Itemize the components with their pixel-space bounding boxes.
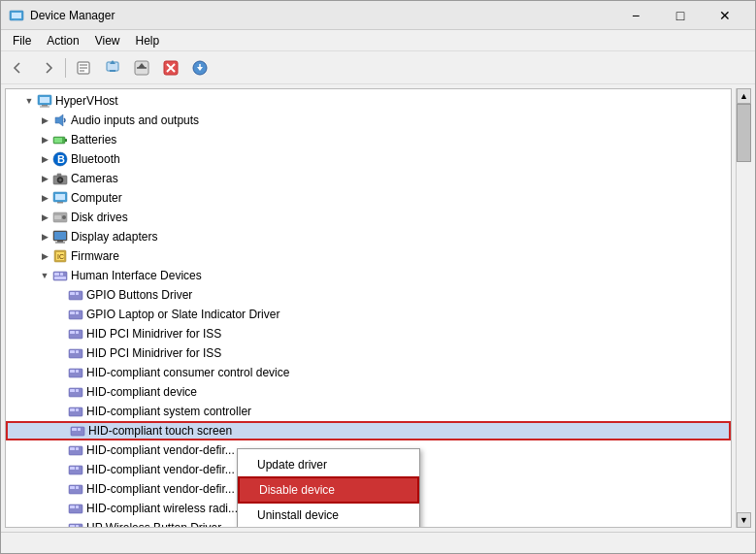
svg-rect-34 bbox=[55, 194, 65, 200]
svg-rect-64 bbox=[76, 370, 79, 373]
no-expander bbox=[52, 460, 68, 479]
menu-view[interactable]: View bbox=[87, 32, 128, 49]
tree-view[interactable]: ▼ HyperVHost ▶ bbox=[5, 88, 732, 528]
tree-label-bluetooth: Bluetooth bbox=[71, 152, 120, 166]
svg-text:B: B bbox=[57, 153, 65, 165]
download-button[interactable] bbox=[186, 55, 214, 81]
svg-rect-66 bbox=[70, 389, 75, 392]
scan-icon bbox=[134, 60, 149, 76]
svg-rect-52 bbox=[76, 292, 79, 295]
tree-item-hid-pci-2[interactable]: HID PCI Minidriver for ISS bbox=[6, 343, 731, 363]
disk-icon bbox=[52, 210, 68, 225]
context-menu-disable[interactable]: Disable device bbox=[238, 476, 419, 504]
tree-label-computer: Computer bbox=[71, 191, 122, 205]
back-button[interactable] bbox=[5, 55, 32, 81]
tree-label-disk: Disk drives bbox=[71, 211, 128, 224]
tree-item-gpio-buttons[interactable]: GPIO Buttons Driver bbox=[6, 285, 731, 305]
svg-rect-41 bbox=[57, 241, 63, 243]
svg-rect-57 bbox=[70, 331, 75, 334]
svg-rect-70 bbox=[76, 408, 79, 411]
svg-rect-48 bbox=[60, 273, 63, 276]
minimize-button[interactable]: − bbox=[613, 1, 658, 30]
svg-rect-61 bbox=[76, 350, 79, 353]
expander-computer[interactable]: ▶ bbox=[37, 188, 52, 208]
tree-item-hid[interactable]: ▼ Human Interface Devices bbox=[6, 266, 731, 285]
expander-hid[interactable]: ▼ bbox=[37, 266, 52, 285]
tree-item-display[interactable]: ▶ Display adapters bbox=[6, 227, 731, 246]
expander-disk[interactable]: ▶ bbox=[37, 208, 52, 227]
scroll-down-button[interactable]: ▼ bbox=[737, 512, 751, 528]
audio-icon bbox=[52, 113, 68, 128]
hid-wireless-icon bbox=[68, 501, 83, 516]
battery-icon bbox=[52, 132, 68, 147]
scroll-track bbox=[737, 104, 751, 512]
expander-batteries[interactable]: ▶ bbox=[37, 130, 52, 149]
svg-rect-72 bbox=[72, 428, 77, 431]
svg-point-37 bbox=[62, 215, 66, 219]
tree-item-firmware[interactable]: ▶ IC Firmware bbox=[6, 246, 731, 266]
svg-rect-21 bbox=[42, 105, 48, 107]
tree-item-gpio-laptop[interactable]: GPIO Laptop or Slate Indicator Driver bbox=[6, 305, 731, 324]
scan-button[interactable] bbox=[128, 55, 155, 81]
menu-file[interactable]: File bbox=[5, 32, 39, 49]
scroll-thumb[interactable] bbox=[737, 104, 751, 162]
tree-item-hyperv[interactable]: ▼ HyperVHost bbox=[6, 91, 731, 111]
camera-icon bbox=[52, 171, 68, 186]
tree-label-hid-consumer: HID-compliant consumer control device bbox=[86, 366, 289, 379]
svg-rect-42 bbox=[55, 243, 65, 244]
tree-item-bluetooth[interactable]: ▶ B Bluetooth bbox=[6, 149, 731, 169]
svg-rect-54 bbox=[70, 311, 75, 314]
svg-rect-35 bbox=[57, 202, 63, 204]
hid-vendor-3-icon bbox=[68, 481, 83, 497]
tree-item-hid-pci-1[interactable]: HID PCI Minidriver for ISS bbox=[6, 324, 731, 343]
maximize-button[interactable]: □ bbox=[658, 1, 703, 30]
tree-item-cameras[interactable]: ▶ Cameras bbox=[6, 169, 731, 188]
status-bar bbox=[1, 532, 755, 553]
tree-item-hid-touch[interactable]: HID-compliant touch screen bbox=[6, 421, 731, 440]
expander-cameras[interactable]: ▶ bbox=[37, 169, 52, 188]
tree-item-computer[interactable]: ▶ Computer bbox=[6, 188, 731, 208]
toolbar-separator-1 bbox=[65, 58, 66, 78]
tree-item-batteries[interactable]: ▶ Batteries bbox=[6, 130, 731, 149]
context-menu-update[interactable]: Update driver bbox=[238, 453, 419, 476]
forward-button[interactable] bbox=[34, 55, 61, 81]
close-button[interactable]: ✕ bbox=[703, 1, 747, 30]
svg-text:IC: IC bbox=[57, 253, 64, 260]
svg-rect-85 bbox=[76, 505, 79, 508]
properties-button[interactable] bbox=[70, 55, 97, 81]
menu-action[interactable]: Action bbox=[39, 32, 86, 49]
svg-rect-32 bbox=[57, 174, 61, 176]
expander-firmware[interactable]: ▶ bbox=[37, 246, 52, 266]
tree-label-hid-system: HID-compliant system controller bbox=[86, 405, 251, 418]
remove-button[interactable] bbox=[157, 55, 184, 81]
tree-label-audio: Audio inputs and outputs bbox=[71, 114, 199, 127]
tree-item-disk[interactable]: ▶ Disk drives bbox=[6, 208, 731, 227]
svg-rect-40 bbox=[54, 232, 66, 240]
svg-rect-84 bbox=[70, 505, 75, 508]
hid-pci-2-icon bbox=[68, 345, 83, 361]
tree-item-hid-consumer[interactable]: HID-compliant consumer control device bbox=[6, 363, 731, 382]
context-menu-uninstall[interactable]: Uninstall device bbox=[238, 504, 419, 527]
menu-help[interactable]: Help bbox=[128, 32, 168, 49]
svg-rect-63 bbox=[70, 370, 75, 373]
expander-display[interactable]: ▶ bbox=[37, 227, 52, 246]
tree-item-hid-system[interactable]: HID-compliant system controller bbox=[6, 402, 731, 421]
scrollbar[interactable]: ▲ ▼ bbox=[736, 88, 751, 528]
svg-rect-67 bbox=[76, 389, 79, 392]
forward-icon bbox=[41, 61, 54, 75]
bluetooth-icon: B bbox=[52, 151, 68, 167]
expander[interactable]: ▼ bbox=[21, 91, 37, 111]
expander-bluetooth[interactable]: ▶ bbox=[37, 149, 52, 169]
svg-rect-73 bbox=[78, 428, 81, 431]
hp-wireless-icon bbox=[68, 520, 83, 528]
update-driver-button[interactable] bbox=[99, 55, 126, 81]
update-driver-icon bbox=[105, 60, 120, 76]
tree-item-hid-device[interactable]: HID-compliant device bbox=[6, 382, 731, 402]
svg-marker-23 bbox=[55, 114, 63, 126]
scroll-up-button[interactable]: ▲ bbox=[737, 88, 751, 104]
expander-audio[interactable]: ▶ bbox=[37, 111, 52, 130]
computer-icon bbox=[37, 93, 52, 109]
svg-rect-22 bbox=[40, 107, 49, 108]
tree-item-audio[interactable]: ▶ Audio inputs and outputs bbox=[6, 111, 731, 130]
svg-rect-38 bbox=[54, 215, 61, 219]
